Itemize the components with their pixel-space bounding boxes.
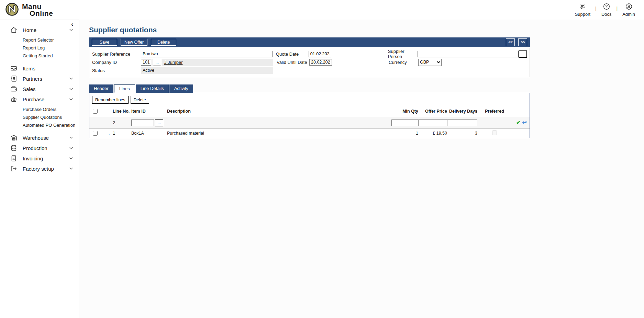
chevron-down-icon xyxy=(68,135,74,140)
tab-lines[interactable]: Lines xyxy=(114,84,135,93)
line-row-1[interactable]: → 1 Box1A Purchased material 1 £ 19,50 3 xyxy=(89,128,530,138)
docs-link[interactable]: Docs xyxy=(601,3,612,17)
sidebar-item-partners[interactable]: Partners xyxy=(0,73,79,84)
entry-line-no: 2 xyxy=(113,120,131,125)
renumber-lines-button[interactable]: Renumber lines xyxy=(92,96,129,104)
sidebar-item-items[interactable]: Items xyxy=(0,63,79,73)
previous-record-button[interactable]: << xyxy=(506,38,515,46)
entry-offer-price-input[interactable] xyxy=(418,120,447,126)
save-button[interactable]: Save xyxy=(92,39,117,46)
main-content: Supplier quotations Save New Offer Delet… xyxy=(79,20,644,318)
brand-logo[interactable]: Manu Online xyxy=(5,2,53,18)
manu-online-logo-icon xyxy=(5,2,19,18)
sidebar-item-warehouse[interactable]: Warehouse xyxy=(0,133,79,143)
sidebar-item-automated-po-generation[interactable]: Automated PO Generation xyxy=(0,121,79,129)
purchase-basket-icon xyxy=(10,95,18,103)
col-description: Description xyxy=(167,109,391,114)
lines-table-header: Line No. Item ID Description Min Qty Off… xyxy=(89,106,530,117)
row-preferred-checkbox xyxy=(492,130,497,135)
delete-button[interactable]: Delete xyxy=(151,39,176,46)
tab-header[interactable]: Header xyxy=(89,84,113,93)
docs-label: Docs xyxy=(601,12,612,17)
sidebar: ‹ Home Report Selector Report Log Gettin… xyxy=(0,20,79,318)
sales-wallet-icon xyxy=(10,85,18,93)
items-inbox-icon xyxy=(10,65,18,72)
chevron-down-icon xyxy=(68,156,74,161)
topbar: Manu Online Support | xyxy=(0,0,644,20)
sidebar-item-factory-setup[interactable]: Factory setup xyxy=(0,163,79,174)
sidebar-item-getting-started[interactable]: Getting Started xyxy=(0,52,79,60)
current-row-arrow-icon: → xyxy=(104,130,113,136)
company-lookup-button[interactable]: ... xyxy=(153,59,161,66)
sidebar-item-invoicing[interactable]: Invoicing xyxy=(0,153,79,163)
sidebar-item-sales[interactable]: Sales xyxy=(0,84,79,94)
sidebar-item-report-selector[interactable]: Report Selector xyxy=(0,36,79,44)
tab-activity[interactable]: Activity xyxy=(169,84,193,93)
sidebar-item-home[interactable]: Home xyxy=(0,25,79,35)
supplier-person-input[interactable] xyxy=(418,51,519,57)
quote-date-input[interactable] xyxy=(309,51,331,57)
confirm-line-icon[interactable]: ✔ xyxy=(516,120,521,126)
home-icon xyxy=(10,26,18,34)
supplier-person-lookup-button[interactable]: ... xyxy=(519,50,527,58)
production-database-icon xyxy=(10,144,18,152)
quote-date-label: Quote Date xyxy=(276,52,309,57)
col-item-id: Item ID xyxy=(131,109,167,114)
col-offer-price: Offer Price xyxy=(418,109,447,114)
supplier-person-label: Supplier Person xyxy=(388,49,418,59)
partners-address-book-icon xyxy=(10,75,18,82)
col-min-qty: Min Qty xyxy=(391,109,418,114)
entry-item-id-input[interactable] xyxy=(131,120,154,126)
brand-wordmark: Manu Online xyxy=(22,3,53,16)
row-offer-price: £ 19,50 xyxy=(418,131,447,136)
currency-select[interactable]: GBP xyxy=(418,59,442,66)
lines-tab-panel: Renumber lines Delete Line No. Item ID D… xyxy=(89,93,530,138)
undo-line-icon[interactable]: ↩ xyxy=(522,120,527,125)
row-min-qty: 1 xyxy=(391,131,418,136)
new-offer-button[interactable]: New Offer xyxy=(121,39,147,46)
status-value: Active xyxy=(141,67,273,74)
supplier-reference-input[interactable] xyxy=(141,51,273,57)
support-label: Support xyxy=(575,12,591,17)
col-line-no: Line No. xyxy=(113,109,131,114)
row-select-checkbox[interactable] xyxy=(93,131,98,136)
support-link[interactable]: Support xyxy=(575,3,591,17)
row-description: Purchased material xyxy=(167,131,391,136)
record-toolbar: Save New Offer Delete << >> xyxy=(89,37,530,47)
sidebar-item-supplier-quotations[interactable]: Supplier Quotations xyxy=(0,113,79,121)
entry-delivery-days-input[interactable] xyxy=(447,120,477,126)
entry-min-qty-input[interactable] xyxy=(391,120,418,126)
admin-link[interactable]: Admin xyxy=(622,3,635,17)
admin-label: Admin xyxy=(622,12,635,17)
company-id-input[interactable] xyxy=(141,59,151,66)
next-record-button[interactable]: >> xyxy=(518,38,527,46)
admin-user-icon xyxy=(625,3,633,11)
sidebar-item-purchase-orders[interactable]: Purchase Orders xyxy=(0,105,79,113)
currency-label: Currency xyxy=(389,60,418,65)
sidebar-item-report-log[interactable]: Report Log xyxy=(0,44,79,52)
col-preferred: Preferred xyxy=(477,109,512,114)
company-name-link[interactable]: J Jumper xyxy=(164,60,182,65)
valid-until-date-input[interactable] xyxy=(309,59,332,66)
supplier-reference-label: Supplier Reference xyxy=(92,52,141,57)
chevron-down-icon xyxy=(68,145,74,151)
detail-tabs: Header Lines Line Details Activity xyxy=(89,84,530,93)
docs-help-icon xyxy=(603,3,610,11)
col-delivery-days: Delivery Days xyxy=(447,109,477,114)
row-delivery-days: 3 xyxy=(447,131,477,136)
entry-item-lookup-button[interactable]: ... xyxy=(155,119,163,126)
company-id-field-group: ... J Jumper xyxy=(141,59,273,66)
topbar-divider: | xyxy=(595,6,597,14)
support-chat-icon xyxy=(579,3,586,11)
row-line-no: 1 xyxy=(113,131,131,136)
chevron-down-icon xyxy=(68,96,74,102)
sidebar-item-production[interactable]: Production xyxy=(0,143,79,153)
tab-line-details[interactable]: Line Details xyxy=(136,84,169,93)
chevron-down-icon xyxy=(68,76,74,81)
quotation-header-form: Supplier Reference Quote Date Supplier P… xyxy=(89,48,530,77)
delete-lines-button[interactable]: Delete xyxy=(131,96,149,104)
select-all-checkbox[interactable] xyxy=(93,109,98,114)
topbar-divider: | xyxy=(617,6,618,14)
sidebar-item-purchase[interactable]: Purchase xyxy=(0,94,79,104)
warehouse-icon xyxy=(10,134,18,141)
